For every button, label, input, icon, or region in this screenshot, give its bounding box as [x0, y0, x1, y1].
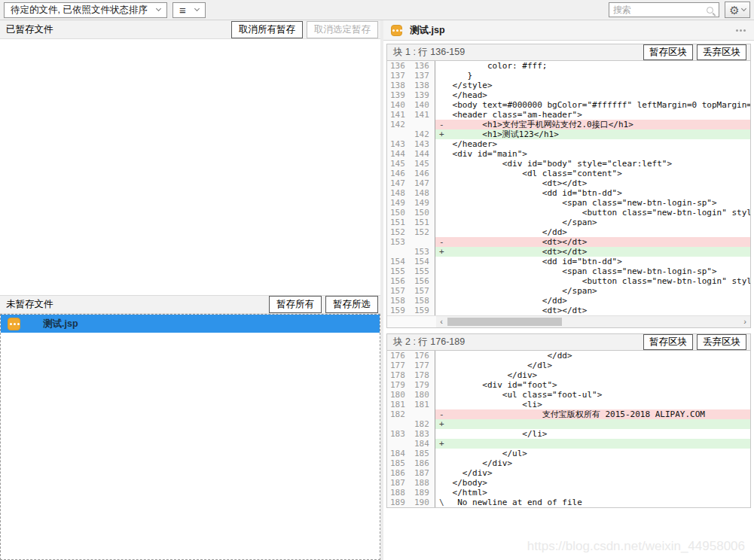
settings-button[interactable]: ⚙	[725, 2, 750, 18]
diff-line: 183183 </li>	[387, 429, 750, 439]
discard-hunk-button[interactable]: 丢弃区块	[697, 44, 746, 60]
new-line-number: 147	[411, 178, 435, 188]
diff-sign	[435, 478, 447, 488]
diff-line: 184+	[387, 439, 750, 449]
hunk-title: 块 2 : 行 176-189	[393, 336, 640, 348]
discard-hunk-button[interactable]: 丢弃区块	[697, 334, 746, 350]
new-line-number: 139	[411, 90, 435, 100]
scrollbar-thumb[interactable]	[447, 318, 562, 326]
diff-sign	[435, 458, 447, 468]
diff-hunk: 块 1 : 行 136-159暂存区块丢弃区块136136 color: #ff…	[386, 44, 751, 328]
unstage-selected-button[interactable]: 取消选定暂存	[307, 21, 378, 38]
hunk-header: 块 2 : 行 176-189暂存区块丢弃区块	[387, 334, 750, 351]
diff-sign	[435, 449, 447, 458]
diff-code-text: </span>	[447, 218, 750, 227]
diff-code-text: </dd>	[447, 227, 750, 237]
diff-code-text: color: #fff;	[447, 61, 750, 71]
hunk-title: 块 1 : 行 136-159	[393, 46, 640, 59]
diff-sign	[435, 90, 447, 100]
chevron-down-icon	[194, 6, 200, 11]
diff-line: 189190\ No newline at end of file	[387, 498, 750, 507]
diff-code-text: </div>	[447, 468, 750, 478]
new-line-number: 144	[411, 149, 435, 159]
diff-line: 179179 <div id="foot">	[387, 380, 750, 390]
staged-file-list[interactable]	[0, 39, 380, 295]
diff-sign	[435, 429, 447, 439]
diff-code-text: </html>	[447, 488, 750, 498]
new-line-number: 179	[411, 380, 435, 390]
diff-hunk: 块 2 : 行 176-189暂存区块丢弃区块176176 </dd>17717…	[386, 333, 751, 508]
scroll-left-icon[interactable]: ‹	[436, 316, 447, 327]
new-line-number	[411, 409, 435, 419]
stage-hunk-button[interactable]: 暂存区块	[643, 334, 693, 350]
diff-line: 151151 </span>	[387, 218, 750, 227]
new-line-number: 189	[411, 488, 435, 498]
new-line-number: 137	[411, 71, 435, 81]
hunk-header: 块 1 : 行 136-159暂存区块丢弃区块	[387, 44, 750, 61]
diff-code-text: </dd>	[447, 351, 750, 361]
stage-hunk-button[interactable]: 暂存区块	[643, 44, 693, 60]
diff-code-text: </head>	[447, 90, 750, 100]
old-line-number: 188	[387, 488, 411, 498]
diff-sign	[435, 227, 447, 237]
diff-line: 187188 </body>	[387, 478, 750, 488]
new-line-number: 178	[411, 370, 435, 380]
new-line-number: 136	[411, 61, 435, 71]
old-line-number: 153	[387, 237, 411, 247]
new-line-number: 146	[411, 169, 435, 178]
diff-line: 138138 </style>	[387, 81, 750, 90]
diff-line: 181181 <li>	[387, 400, 750, 409]
diff-sign	[435, 370, 447, 380]
watermark-text: https://blog.csdn.net/weixin_44958006	[527, 539, 745, 554]
new-line-number: 142	[411, 129, 435, 139]
diff-line: 153+ <dt></dt>	[387, 247, 750, 257]
unstage-all-button[interactable]: 取消所有暂存	[231, 21, 303, 38]
diff-code-text: </div>	[447, 458, 750, 468]
new-line-number: 140	[411, 100, 435, 110]
stage-selected-button[interactable]: 暂存所选	[325, 296, 378, 313]
old-line-number: 141	[387, 110, 411, 120]
search-icon	[707, 7, 713, 14]
diff-code-text: <span class="new-btn-login-sp">	[447, 266, 750, 276]
diff-file-name: 测试.jsp	[410, 24, 445, 37]
diff-hunks: 块 1 : 行 136-159暂存区块丢弃区块136136 color: #ff…	[383, 41, 754, 516]
unstaged-file-row[interactable]: 测试.jsp	[1, 315, 380, 333]
search-box[interactable]	[609, 2, 719, 17]
diff-sign	[435, 71, 447, 81]
diff-sign: -	[435, 237, 447, 247]
diff-code-text: <dt></dt>	[447, 178, 750, 188]
old-line-number: 137	[387, 71, 411, 81]
search-input[interactable]	[613, 5, 707, 15]
diff-line: 177177 </dl>	[387, 361, 750, 370]
old-line-number: 187	[387, 478, 411, 488]
old-line-number: 146	[387, 169, 411, 178]
new-line-number: 181	[411, 400, 435, 409]
diff-line: 141141 <header class="am-header">	[387, 110, 750, 120]
old-line-number: 140	[387, 100, 411, 110]
diff-code-text: <dd id="btn-dd">	[447, 257, 750, 266]
old-line-number: 143	[387, 139, 411, 149]
diff-file-header: 测试.jsp	[383, 20, 754, 41]
new-line-number: 148	[411, 188, 435, 198]
diff-line: 142+ <h1>测试123</h1>	[387, 129, 750, 139]
scrollbar-track[interactable]	[447, 316, 740, 327]
scroll-right-icon[interactable]: ›	[740, 316, 750, 327]
diff-sign	[435, 390, 447, 400]
diff-line: 185186 </div>	[387, 458, 750, 468]
old-line-number: 189	[387, 498, 411, 507]
new-line-number: 188	[411, 478, 435, 488]
unstaged-file-list[interactable]: 测试.jsp	[0, 314, 380, 560]
more-options-icon[interactable]	[734, 24, 746, 36]
ellipsis-dots	[396, 29, 398, 32]
file-status-column: 已暂存文件 取消所有暂存 取消选定暂存 未暂存文件 暂存所有 暂存所选 测试.j…	[0, 20, 380, 560]
diff-line: 140140 <body text=#000000 bgColor="#ffff…	[387, 100, 750, 110]
unstaged-panel-header: 未暂存文件 暂存所有 暂存所选	[0, 295, 380, 314]
old-line-number: 185	[387, 458, 411, 468]
old-line-number: 142	[387, 120, 411, 129]
file-filter-dropdown[interactable]: 待定的文件, 已依照文件状态排序	[4, 2, 167, 18]
diff-code-text: <dt></dt>	[447, 306, 750, 315]
old-line-number: 151	[387, 218, 411, 227]
scrollbar[interactable]: ‹›	[436, 316, 750, 327]
stage-all-button[interactable]: 暂存所有	[269, 296, 322, 313]
view-options-dropdown[interactable]: ≡	[172, 2, 206, 18]
